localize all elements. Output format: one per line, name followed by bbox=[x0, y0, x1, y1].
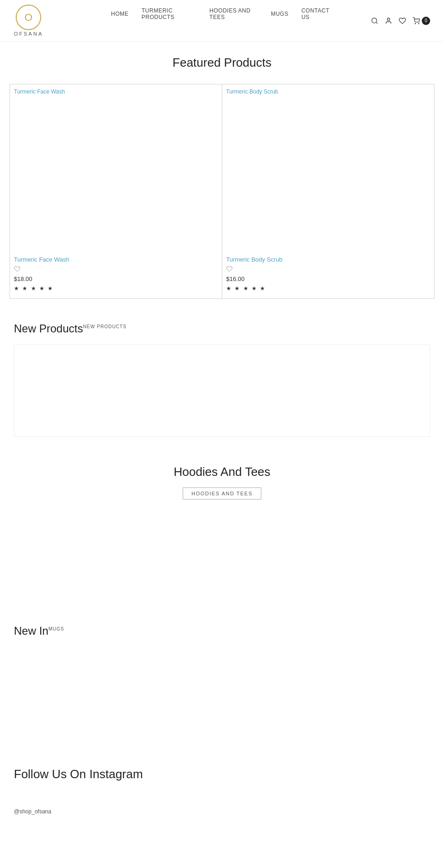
new-products-content bbox=[14, 344, 430, 437]
product-info-1: Turmeric Face Wash $18.00 ★ ★ ★ ★ ★ bbox=[10, 251, 222, 298]
logo-text: OFSANA bbox=[14, 31, 43, 37]
header-icons: 0 bbox=[371, 17, 430, 25]
new-in-content bbox=[14, 647, 430, 739]
product-wishlist-2[interactable] bbox=[226, 266, 430, 274]
svg-point-3 bbox=[415, 23, 415, 24]
cart-count: 0 bbox=[422, 17, 430, 25]
product-price-1: $18.00 bbox=[14, 275, 218, 282]
cart-icon bbox=[413, 17, 420, 25]
product-name-1: Turmeric Face Wash bbox=[14, 256, 218, 263]
svg-line-1 bbox=[376, 22, 377, 24]
new-in-badge: MUGS bbox=[49, 626, 64, 631]
instagram-section: Follow Us On Instagram @shop_ofsana bbox=[9, 767, 435, 815]
instagram-title: Follow Us On Instagram bbox=[14, 767, 430, 781]
new-products-heading: New ProductsNEW PRODUCTS bbox=[14, 322, 430, 335]
featured-products-section: Featured Products Turmeric Face Wash Tur… bbox=[9, 56, 435, 299]
header: O OFSANA HOME TURMERIC PRODUCTS HOODIES … bbox=[0, 0, 444, 42]
logo[interactable]: O OFSANA bbox=[14, 5, 43, 37]
new-products-section: New ProductsNEW PRODUCTS bbox=[9, 322, 435, 437]
hoodies-section: Hoodies And Tees HOODIES AND TEES bbox=[9, 465, 435, 606]
nav-contact[interactable]: CONTACT US bbox=[302, 7, 333, 20]
nav-home[interactable]: HOME bbox=[111, 11, 129, 17]
hoodies-content bbox=[9, 513, 435, 606]
product-price-2: $16.00 bbox=[226, 275, 430, 282]
product-overlay-title-1: Turmeric Face Wash bbox=[14, 88, 65, 95]
new-products-badge: NEW PRODUCTS bbox=[83, 324, 126, 329]
main-nav: HOME TURMERIC PRODUCTS HOODIES AND TEES … bbox=[111, 7, 333, 20]
product-image-1: Turmeric Face Wash bbox=[10, 85, 222, 251]
logo-circle: O bbox=[16, 5, 41, 30]
product-card-2[interactable]: Turmeric Body Scrub Turmeric Body Scrub … bbox=[222, 84, 434, 299]
wishlist-icon[interactable] bbox=[399, 17, 406, 25]
product-card-1[interactable]: Turmeric Face Wash Turmeric Face Wash $1… bbox=[10, 84, 222, 299]
new-in-heading: New InMUGS bbox=[14, 624, 430, 637]
svg-point-2 bbox=[387, 18, 389, 20]
product-wishlist-1[interactable] bbox=[14, 266, 218, 274]
instagram-grid bbox=[14, 785, 430, 808]
product-image-2: Turmeric Body Scrub bbox=[222, 85, 434, 251]
svg-point-4 bbox=[419, 23, 419, 24]
new-in-section: New InMUGS bbox=[9, 624, 435, 739]
hoodies-title: Hoodies And Tees bbox=[9, 465, 435, 479]
nav-mugs[interactable]: MUGS bbox=[271, 11, 289, 17]
product-info-2: Turmeric Body Scrub $16.00 ★ ★ ★ ★ ★ bbox=[222, 251, 434, 298]
account-icon[interactable] bbox=[385, 17, 392, 25]
main-content: Featured Products Turmeric Face Wash Tur… bbox=[0, 42, 444, 838]
products-grid: Turmeric Face Wash Turmeric Face Wash $1… bbox=[9, 84, 435, 299]
logo-letter: O bbox=[25, 12, 32, 24]
product-stars-1: ★ ★ ★ ★ ★ bbox=[14, 285, 218, 292]
nav-hoodies-tees[interactable]: HOODIES AND TEES bbox=[210, 7, 258, 20]
product-name-2: Turmeric Body Scrub bbox=[226, 256, 430, 263]
nav-turmeric-products[interactable]: TURMERIC PRODUCTS bbox=[142, 7, 197, 20]
search-icon[interactable] bbox=[371, 17, 378, 25]
featured-products-title: Featured Products bbox=[9, 56, 435, 70]
product-stars-2: ★ ★ ★ ★ ★ bbox=[226, 285, 430, 292]
hoodies-badge-button[interactable]: HOODIES AND TEES bbox=[183, 487, 261, 500]
cart-button[interactable]: 0 bbox=[413, 17, 430, 25]
instagram-handle[interactable]: @shop_ofsana bbox=[14, 808, 430, 815]
svg-point-0 bbox=[372, 18, 377, 23]
product-overlay-title-2: Turmeric Body Scrub bbox=[226, 88, 278, 95]
